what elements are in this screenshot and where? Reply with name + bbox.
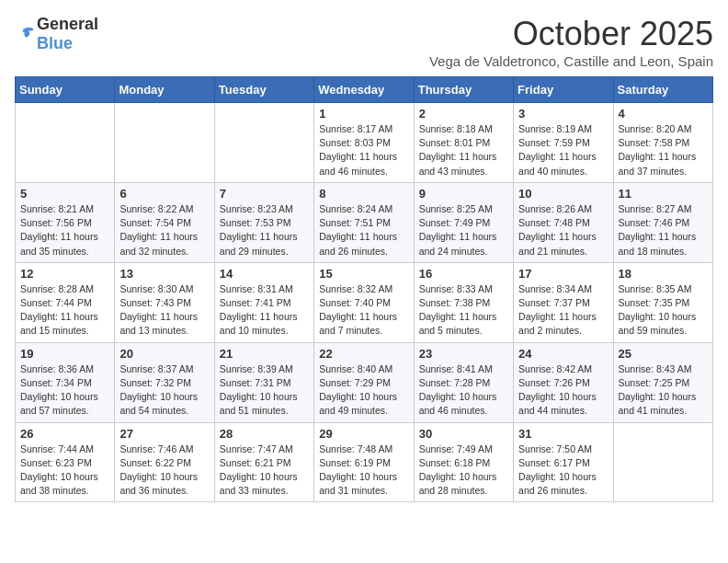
weekday-header-saturday: Saturday xyxy=(613,77,712,103)
day-number: 22 xyxy=(319,347,408,361)
day-number: 27 xyxy=(119,427,209,441)
day-cell: 17Sunrise: 8:34 AM Sunset: 7:37 PM Dayli… xyxy=(514,262,613,342)
day-number: 8 xyxy=(319,187,408,201)
day-info: Sunrise: 7:46 AM Sunset: 6:22 PM Dayligh… xyxy=(119,442,209,499)
day-cell: 22Sunrise: 8:40 AM Sunset: 7:29 PM Dayli… xyxy=(314,342,414,422)
week-row-2: 5Sunrise: 8:21 AM Sunset: 7:56 PM Daylig… xyxy=(16,182,713,262)
day-info: Sunrise: 8:19 AM Sunset: 7:59 PM Dayligh… xyxy=(518,122,608,178)
day-info: Sunrise: 8:31 AM Sunset: 7:41 PM Dayligh… xyxy=(220,282,309,339)
day-number: 5 xyxy=(20,187,109,201)
day-info: Sunrise: 8:36 AM Sunset: 7:34 PM Dayligh… xyxy=(20,362,109,419)
day-cell: 27Sunrise: 7:46 AM Sunset: 6:22 PM Dayli… xyxy=(115,422,214,502)
day-info: Sunrise: 8:43 AM Sunset: 7:25 PM Dayligh… xyxy=(619,362,708,419)
day-cell: 6Sunrise: 8:22 AM Sunset: 7:54 PM Daylig… xyxy=(115,182,214,262)
day-info: Sunrise: 8:20 AM Sunset: 7:58 PM Dayligh… xyxy=(619,122,708,178)
day-number: 24 xyxy=(518,347,608,361)
day-info: Sunrise: 8:33 AM Sunset: 7:38 PM Dayligh… xyxy=(419,282,508,339)
day-cell: 1Sunrise: 8:17 AM Sunset: 8:03 PM Daylig… xyxy=(314,103,414,183)
day-info: Sunrise: 7:50 AM Sunset: 6:17 PM Dayligh… xyxy=(518,442,608,499)
day-cell: 9Sunrise: 8:25 AM Sunset: 7:49 PM Daylig… xyxy=(414,182,513,262)
day-cell: 13Sunrise: 8:30 AM Sunset: 7:43 PM Dayli… xyxy=(115,262,214,342)
week-row-5: 26Sunrise: 7:44 AM Sunset: 6:23 PM Dayli… xyxy=(16,422,713,502)
weekday-header-tuesday: Tuesday xyxy=(214,77,313,103)
title-block: October 2025 Vega de Valdetronco, Castil… xyxy=(429,15,713,69)
day-cell: 5Sunrise: 8:21 AM Sunset: 7:56 PM Daylig… xyxy=(16,182,115,262)
day-info: Sunrise: 8:23 AM Sunset: 7:53 PM Dayligh… xyxy=(220,202,309,259)
calendar-table: SundayMondayTuesdayWednesdayThursdayFrid… xyxy=(15,76,713,502)
day-cell: 26Sunrise: 7:44 AM Sunset: 6:23 PM Dayli… xyxy=(16,422,115,502)
day-cell: 18Sunrise: 8:35 AM Sunset: 7:35 PM Dayli… xyxy=(613,262,712,342)
page-header: General Blue October 2025 Vega de Valdet… xyxy=(15,15,713,69)
day-info: Sunrise: 8:26 AM Sunset: 7:48 PM Dayligh… xyxy=(518,202,608,259)
day-number: 11 xyxy=(619,187,708,201)
day-number: 21 xyxy=(220,347,309,361)
day-info: Sunrise: 8:28 AM Sunset: 7:44 PM Dayligh… xyxy=(20,282,109,339)
week-row-3: 12Sunrise: 8:28 AM Sunset: 7:44 PM Dayli… xyxy=(16,262,713,342)
day-info: Sunrise: 8:18 AM Sunset: 8:01 PM Dayligh… xyxy=(419,122,508,178)
day-cell: 16Sunrise: 8:33 AM Sunset: 7:38 PM Dayli… xyxy=(414,262,513,342)
day-info: Sunrise: 7:44 AM Sunset: 6:23 PM Dayligh… xyxy=(20,442,109,499)
day-number: 28 xyxy=(220,427,309,441)
day-cell: 30Sunrise: 7:49 AM Sunset: 6:18 PM Dayli… xyxy=(414,422,513,502)
day-number: 10 xyxy=(518,187,608,201)
day-cell: 11Sunrise: 8:27 AM Sunset: 7:46 PM Dayli… xyxy=(613,182,712,262)
day-number: 1 xyxy=(319,107,408,121)
day-info: Sunrise: 7:49 AM Sunset: 6:18 PM Dayligh… xyxy=(419,442,508,499)
weekday-header-wednesday: Wednesday xyxy=(314,77,414,103)
day-info: Sunrise: 8:24 AM Sunset: 7:51 PM Dayligh… xyxy=(319,202,408,259)
day-info: Sunrise: 8:42 AM Sunset: 7:26 PM Dayligh… xyxy=(518,362,608,419)
day-cell: 21Sunrise: 8:39 AM Sunset: 7:31 PM Dayli… xyxy=(214,342,313,422)
day-cell: 14Sunrise: 8:31 AM Sunset: 7:41 PM Dayli… xyxy=(214,262,313,342)
day-number: 13 xyxy=(119,267,209,281)
day-cell: 10Sunrise: 8:26 AM Sunset: 7:48 PM Dayli… xyxy=(514,182,613,262)
day-cell: 7Sunrise: 8:23 AM Sunset: 7:53 PM Daylig… xyxy=(214,182,313,262)
day-number: 12 xyxy=(20,267,109,281)
day-cell: 24Sunrise: 8:42 AM Sunset: 7:26 PM Dayli… xyxy=(514,342,613,422)
day-info: Sunrise: 8:34 AM Sunset: 7:37 PM Dayligh… xyxy=(518,282,608,339)
day-number: 29 xyxy=(319,427,408,441)
day-number: 26 xyxy=(20,427,109,441)
day-info: Sunrise: 8:22 AM Sunset: 7:54 PM Dayligh… xyxy=(119,202,209,259)
day-cell: 20Sunrise: 8:37 AM Sunset: 7:32 PM Dayli… xyxy=(115,342,214,422)
logo: General Blue xyxy=(15,15,98,53)
week-row-4: 19Sunrise: 8:36 AM Sunset: 7:34 PM Dayli… xyxy=(16,342,713,422)
day-number: 2 xyxy=(419,107,508,121)
day-info: Sunrise: 8:32 AM Sunset: 7:40 PM Dayligh… xyxy=(319,282,408,339)
day-cell: 15Sunrise: 8:32 AM Sunset: 7:40 PM Dayli… xyxy=(314,262,414,342)
logo-bird-icon xyxy=(17,24,37,44)
day-cell: 31Sunrise: 7:50 AM Sunset: 6:17 PM Dayli… xyxy=(514,422,613,502)
weekday-header-sunday: Sunday xyxy=(16,77,115,103)
day-cell: 25Sunrise: 8:43 AM Sunset: 7:25 PM Dayli… xyxy=(613,342,712,422)
week-row-1: 1Sunrise: 8:17 AM Sunset: 8:03 PM Daylig… xyxy=(16,103,713,183)
day-number: 7 xyxy=(220,187,309,201)
day-cell xyxy=(214,103,313,183)
day-cell: 12Sunrise: 8:28 AM Sunset: 7:44 PM Dayli… xyxy=(16,262,115,342)
day-number: 31 xyxy=(518,427,608,441)
day-cell: 3Sunrise: 8:19 AM Sunset: 7:59 PM Daylig… xyxy=(514,103,613,183)
day-number: 15 xyxy=(319,267,408,281)
day-number: 23 xyxy=(419,347,508,361)
day-cell: 23Sunrise: 8:41 AM Sunset: 7:28 PM Dayli… xyxy=(414,342,513,422)
day-info: Sunrise: 8:40 AM Sunset: 7:29 PM Dayligh… xyxy=(319,362,408,419)
day-cell xyxy=(115,103,214,183)
day-number: 20 xyxy=(119,347,209,361)
day-number: 6 xyxy=(119,187,209,201)
day-info: Sunrise: 8:41 AM Sunset: 7:28 PM Dayligh… xyxy=(419,362,508,419)
day-info: Sunrise: 8:37 AM Sunset: 7:32 PM Dayligh… xyxy=(119,362,209,419)
weekday-header-monday: Monday xyxy=(115,77,214,103)
day-info: Sunrise: 8:27 AM Sunset: 7:46 PM Dayligh… xyxy=(619,202,708,259)
location-title: Vega de Valdetronco, Castille and Leon, … xyxy=(429,53,713,69)
day-cell: 28Sunrise: 7:47 AM Sunset: 6:21 PM Dayli… xyxy=(214,422,313,502)
day-cell: 29Sunrise: 7:48 AM Sunset: 6:19 PM Dayli… xyxy=(314,422,414,502)
day-info: Sunrise: 8:17 AM Sunset: 8:03 PM Dayligh… xyxy=(319,122,408,178)
day-cell: 19Sunrise: 8:36 AM Sunset: 7:34 PM Dayli… xyxy=(16,342,115,422)
day-info: Sunrise: 8:30 AM Sunset: 7:43 PM Dayligh… xyxy=(119,282,209,339)
logo-general-text: General xyxy=(37,15,98,33)
day-cell: 2Sunrise: 8:18 AM Sunset: 8:01 PM Daylig… xyxy=(414,103,513,183)
weekday-header-thursday: Thursday xyxy=(414,77,513,103)
day-number: 19 xyxy=(20,347,109,361)
day-cell: 4Sunrise: 8:20 AM Sunset: 7:58 PM Daylig… xyxy=(613,103,712,183)
day-number: 17 xyxy=(518,267,608,281)
day-number: 14 xyxy=(220,267,309,281)
month-title: October 2025 xyxy=(429,15,713,53)
